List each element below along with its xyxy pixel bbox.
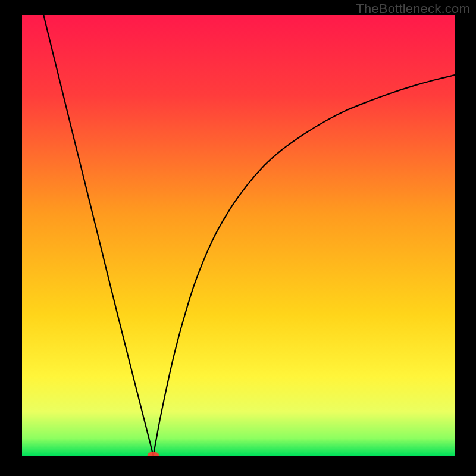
- bottleneck-plot: [22, 15, 455, 456]
- watermark-label: TheBottleneck.com: [356, 1, 470, 17]
- chart-frame: TheBottleneck.com: [0, 0, 476, 476]
- plot-background: [22, 15, 455, 456]
